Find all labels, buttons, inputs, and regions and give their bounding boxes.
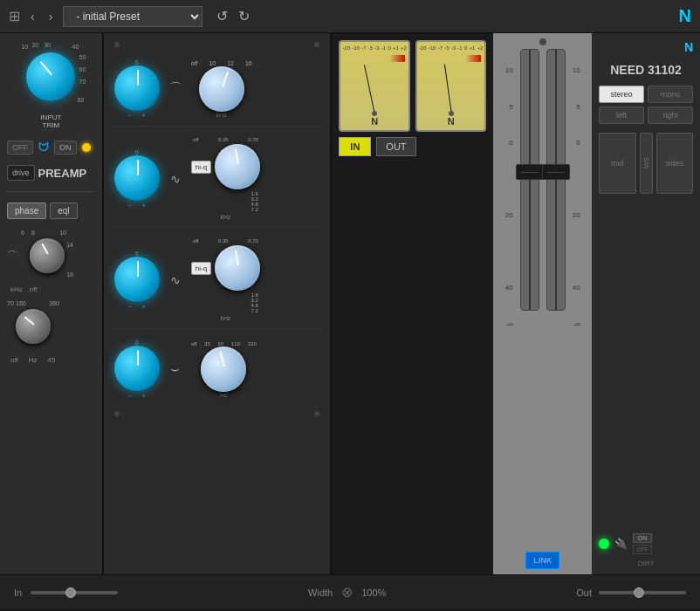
out-label: Out [576,587,592,598]
left-eq-section: ⌒ 6 8 10 14 18 kHz off 70 [7,230,95,364]
on-button[interactable]: ON [54,141,77,154]
lo-freq-knob[interactable] [16,309,51,344]
screw-bl [114,411,120,416]
screw-tl [114,42,120,47]
tab-eql[interactable]: eql [50,203,77,219]
fader-handle-2[interactable] [542,164,570,180]
drive-preamp-row: drive PREAMP [7,165,95,181]
dirt-off-button[interactable]: OFF [633,545,652,554]
need-logo: N [684,40,693,54]
band3-gain-section: 0 − + [114,251,160,310]
hi-freq-knob[interactable] [30,238,65,273]
nav-back-button[interactable]: ‹ [27,8,38,25]
fader-track-1 [520,49,539,311]
right-button[interactable]: right [648,106,693,124]
band2-filter-icon: ∿ [167,172,184,186]
panel-screws-top [111,40,324,49]
band4-gain-section: 0 − + [114,340,160,399]
scale-space2 [505,248,513,256]
on-off-switch: ON OFF [633,533,652,554]
off-label-lo: off [10,356,18,364]
in-button[interactable]: IN [339,137,371,156]
band3-freq-knob[interactable] [215,245,260,291]
eq-band-3: 0 − + ∿ off 0.35 0.70 hi-q [111,231,324,329]
redo-button[interactable]: ↻ [235,6,253,26]
fader-track-2 [546,49,566,311]
scale-r-0: 0 [573,139,580,147]
band4-s4: 220 [248,341,257,347]
led-yellow [82,143,91,152]
ms-mode-button[interactable]: M/S [640,133,653,194]
fader-channel-1 [520,49,539,311]
in-slider-thumb[interactable] [65,587,76,598]
band1-plus: + [142,113,146,119]
scale-r-10: 10 [573,66,580,74]
band1-gain-knob[interactable] [114,65,160,111]
band1-freq-scale1: 10 [209,60,216,66]
need-title: NEED 31102 [599,59,693,80]
band2-khz: kHz [220,214,230,220]
dirt-on-button[interactable]: ON [633,533,652,543]
fader-scale-left: 10 5 0 20 40 -∞ [505,49,513,328]
band2-hiq-freq: off 0.35 0.70 hi-q 1.6 3.2 4.8 7.2 kHz [191,137,260,220]
mono-button[interactable]: mono [648,86,693,103]
band1-freq-scale3: 16 [245,60,252,66]
top-bar: ⊞ ‹ › - initial Preset ↺ ↻ N [0,0,700,33]
out-button[interactable]: OUT [376,137,415,156]
width-label: Width [308,587,333,598]
dirt-section: 🔌 ON OFF [599,533,693,554]
scale-r-inf: -∞ [573,320,580,328]
band1-freq-scale2: 12 [227,60,234,66]
link-button[interactable]: LINK [525,552,559,569]
in-label: In [14,587,22,598]
mode-buttons-grid: stereo mono left right [599,86,693,124]
input-trim-section: 10 20 30 40 50 60 70 80 INPUTTRIM [7,42,95,129]
tab-phase[interactable]: phase [7,203,46,219]
band3-hiq-button[interactable]: hi-q [191,262,211,275]
panel-screws-bottom [111,409,324,418]
scale-0: 0 [505,139,513,147]
band2-gain-label: 0 [135,149,139,155]
band4-freq-knob[interactable] [201,347,246,392]
input-trim-knob[interactable] [26,52,75,101]
out-slider[interactable] [599,591,686,594]
tab-row: phase eql [7,203,95,219]
scale-r-sp2 [573,248,580,256]
nav-fwd-button[interactable]: › [45,8,57,25]
preamp-label: PREAMP [38,167,87,180]
out-group: Out [576,587,686,598]
band2-freq-knob[interactable] [215,144,260,189]
off-button[interactable]: OFF [7,141,33,154]
khz-label: kHz [10,285,23,293]
grid-icon[interactable]: ⊞ [9,8,20,24]
band1-minus: − [128,113,132,119]
link-chain-icon: ⊗ [341,584,353,601]
band1-khz-label: kHz [216,112,227,118]
band2-off: off [193,137,199,142]
stereo-button[interactable]: stereo [599,86,644,103]
eq-band-4: 0 − + ⌣ off 35 60 110 220 [111,333,324,406]
band3-s1: 0.35 [218,238,229,244]
band4-gain-knob[interactable] [114,346,160,391]
sides-button[interactable]: sides [656,133,693,194]
fader-section: 10 5 0 20 40 -∞ [493,33,592,574]
vu-left-brand: N [371,116,378,127]
band3-gain-knob[interactable] [114,257,160,302]
off-small-label: off [30,285,38,293]
drive-button[interactable]: drive [7,165,35,181]
out-slider-thumb[interactable] [634,587,644,598]
undo-redo-group: ↺ ↻ [213,6,253,26]
band2-s6: 7.2 [251,207,258,212]
band2-gain-knob[interactable] [114,155,160,201]
preset-select[interactable]: - initial Preset [63,6,202,27]
band1-freq-knob[interactable] [199,66,244,112]
undo-button[interactable]: ↺ [213,6,231,26]
band4-gain-label: 0 [135,340,139,346]
mid-button[interactable]: mid [599,133,635,194]
left-button[interactable]: left [599,106,644,124]
band2-hiq-button[interactable]: hi-q [191,161,211,174]
fader-handle-1[interactable] [516,164,544,180]
band2-s2: 0.70 [248,137,258,142]
scale-5: 5 [505,103,513,111]
in-slider[interactable] [31,591,118,594]
